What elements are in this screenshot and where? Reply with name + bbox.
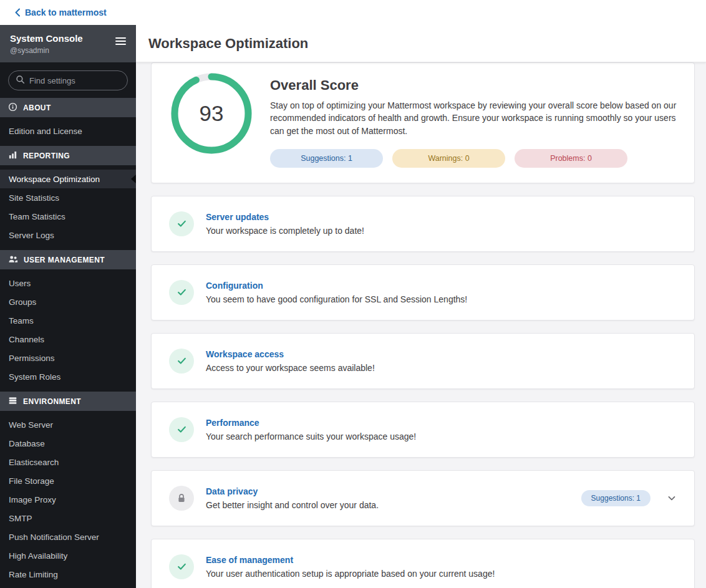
overall-score-card: 93 Overall Score Stay on top of optimizi… — [151, 62, 695, 183]
sidebar-item-push-notification-server[interactable]: Push Notification Server — [0, 528, 136, 546]
users-icon — [8, 254, 18, 266]
card-title-link[interactable]: Configuration — [206, 281, 679, 291]
chevron-left-icon — [14, 8, 21, 17]
suggestions-badge: Suggestions: 1 — [581, 490, 650, 506]
card-title-link[interactable]: Data privacy — [206, 486, 569, 496]
sidebar-item-smtp[interactable]: SMTP — [0, 509, 136, 528]
menu-icon[interactable] — [115, 36, 126, 47]
suggestions-chip: Suggestions: 1 — [270, 149, 383, 168]
page: Back to mattermost System Console @sysad… — [0, 0, 706, 588]
content[interactable]: 93 Overall Score Stay on top of optimizi… — [136, 62, 706, 588]
overall-score-body: Overall Score Stay on top of optimizing … — [270, 70, 677, 168]
check-circle-icon — [169, 349, 194, 374]
card-title-link[interactable]: Performance — [206, 418, 679, 428]
back-link-label: Back to mattermost — [25, 7, 107, 17]
sidebar-section-environment[interactable]: ENVIRONMENT — [0, 392, 136, 411]
shell: System Console @sysadmin ABOUT Edition a… — [0, 25, 706, 588]
page-title: Workspace Optimization — [148, 36, 308, 52]
chevron-down-icon[interactable] — [667, 493, 677, 503]
back-link[interactable]: Back to mattermost — [14, 7, 107, 17]
bar-chart-icon — [8, 150, 17, 161]
sidebar-item-channels[interactable]: Channels — [0, 330, 136, 349]
sidebar: System Console @sysadmin ABOUT Edition a… — [0, 25, 136, 588]
card-text: Performance Your search performance suit… — [206, 418, 679, 441]
check-circle-icon — [169, 417, 194, 442]
section-items-environment: Web Server Database Elasticsearch File S… — [0, 411, 136, 588]
card-text: Ease of management Your user authenticat… — [206, 555, 679, 579]
settings-search[interactable] — [8, 70, 128, 90]
check-circle-icon — [169, 554, 194, 579]
sidebar-item-teams[interactable]: Teams — [0, 311, 136, 330]
sidebar-item-high-availability[interactable]: High Availability — [0, 546, 136, 565]
section-items-user-management: Users Groups Teams Channels Permissions … — [0, 269, 136, 392]
sidebar-nav: ABOUT Edition and License REPORTING Work… — [0, 98, 136, 588]
info-icon — [8, 102, 17, 113]
current-user-handle: @sysadmin — [10, 46, 83, 55]
overall-score-description: Stay on top of optimizing your Mattermos… — [270, 99, 677, 137]
sidebar-item-edition-and-license[interactable]: Edition and License — [0, 122, 136, 140]
sidebar-header: System Console @sysadmin — [0, 25, 136, 62]
card-title-link[interactable]: Server updates — [206, 212, 679, 222]
sidebar-item-rate-limiting[interactable]: Rate Limiting — [0, 565, 136, 584]
sidebar-item-system-roles[interactable]: System Roles — [0, 367, 136, 386]
card-description: Your user authentication setup is approp… — [206, 569, 679, 579]
search-icon — [16, 75, 25, 87]
main: Workspace Optimization 93 Overall Score … — [136, 25, 706, 588]
section-items-about: Edition and License — [0, 117, 136, 146]
card-text: Data privacy Get better insight and cont… — [206, 486, 569, 510]
card-description: Access to your workspace seems available… — [206, 363, 679, 373]
sidebar-item-image-proxy[interactable]: Image Proxy — [0, 490, 136, 509]
sidebar-section-reporting[interactable]: REPORTING — [0, 146, 136, 165]
server-rack-icon — [8, 396, 17, 407]
sidebar-header-text: System Console @sysadmin — [10, 32, 83, 55]
sidebar-item-workspace-optimization[interactable]: Workspace Optimization — [0, 170, 136, 188]
sidebar-item-site-statistics[interactable]: Site Statistics — [0, 188, 136, 207]
section-label: ENVIRONMENT — [23, 397, 81, 406]
problems-chip: Problems: 0 — [515, 149, 627, 168]
sidebar-item-file-storage[interactable]: File Storage — [0, 471, 136, 490]
card-description: Your workspace is completely up to date! — [206, 226, 679, 236]
sidebar-item-team-statistics[interactable]: Team Statistics — [0, 207, 136, 226]
sidebar-section-user-management[interactable]: USER MANAGEMENT — [0, 250, 136, 269]
card-workspace-access: Workspace access Access to your workspac… — [151, 333, 695, 389]
search-input[interactable] — [29, 76, 120, 85]
card-ease-of-management: Ease of management Your user authenticat… — [151, 539, 695, 588]
card-text: Configuration You seem to have good conf… — [206, 281, 679, 304]
section-items-reporting: Workspace Optimization Site Statistics T… — [0, 165, 136, 250]
check-circle-icon — [169, 280, 194, 305]
system-console-title: System Console — [10, 32, 83, 45]
card-configuration: Configuration You seem to have good conf… — [151, 264, 695, 321]
section-label: ABOUT — [23, 104, 51, 112]
sidebar-item-server-logs[interactable]: Server Logs — [0, 226, 136, 244]
card-right-controls: Suggestions: 1 — [581, 490, 679, 506]
overall-score-value: 93 — [169, 71, 254, 156]
card-performance: Performance Your search performance suit… — [151, 402, 695, 458]
card-title-link[interactable]: Workspace access — [206, 349, 679, 359]
card-text: Workspace access Access to your workspac… — [206, 349, 679, 373]
sidebar-item-elasticsearch[interactable]: Elasticsearch — [0, 453, 136, 471]
sidebar-item-database[interactable]: Database — [0, 434, 136, 453]
card-description: Your search performance suits your works… — [206, 431, 679, 441]
sidebar-item-users[interactable]: Users — [0, 274, 136, 292]
card-server-updates: Server updates Your workspace is complet… — [151, 196, 695, 252]
card-description: You seem to have good configuration for … — [206, 294, 679, 304]
main-header: Workspace Optimization — [136, 25, 706, 62]
card-data-privacy[interactable]: Data privacy Get better insight and cont… — [151, 470, 695, 526]
card-title-link[interactable]: Ease of management — [206, 555, 679, 565]
sidebar-item-permissions[interactable]: Permissions — [0, 349, 136, 367]
top-bar: Back to mattermost — [0, 0, 706, 25]
sidebar-section-about[interactable]: ABOUT — [0, 98, 136, 117]
overall-score-title: Overall Score — [270, 77, 677, 94]
section-label: REPORTING — [23, 152, 70, 160]
sidebar-item-groups[interactable]: Groups — [0, 292, 136, 311]
card-text: Server updates Your workspace is complet… — [206, 212, 679, 236]
section-label: USER MANAGEMENT — [24, 256, 105, 264]
warnings-chip: Warnings: 0 — [392, 149, 505, 168]
score-ring: 93 — [169, 71, 254, 156]
card-description: Get better insight and control over your… — [206, 500, 569, 510]
score-chip-row: Suggestions: 1 Warnings: 0 Problems: 0 — [270, 149, 677, 168]
lock-icon — [169, 486, 194, 511]
sidebar-item-web-server[interactable]: Web Server — [0, 415, 136, 434]
check-circle-icon — [169, 211, 194, 236]
